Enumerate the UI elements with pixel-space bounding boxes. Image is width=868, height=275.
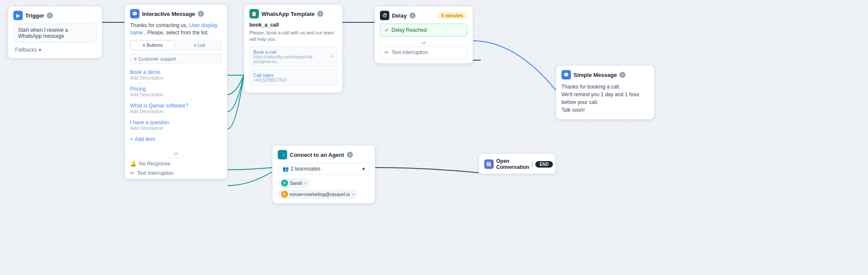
item3-desc: Add Description — [130, 109, 222, 114]
list-icon: ≡ — [143, 43, 145, 48]
end-badge: END — [535, 161, 553, 168]
no-response-icon: 🔔 — [130, 161, 137, 167]
simple-message-info-icon[interactable]: i — [619, 72, 625, 78]
esraa-avatar: E — [281, 191, 288, 198]
item1-desc: Add Description — [130, 75, 222, 80]
delay-info-icon[interactable]: i — [410, 12, 416, 18]
interactive-title: Interactive Message — [142, 11, 195, 17]
btn2-phone: +4915258537843 — [253, 78, 287, 82]
list-item[interactable]: I have a question Add Description — [130, 117, 222, 134]
sarah-tag[interactable]: S Sarah × — [278, 178, 310, 188]
item1-title: Book a demo — [130, 69, 222, 75]
item2-desc: Add Description — [130, 92, 222, 97]
open-conversation-title: Open Conversation — [496, 158, 529, 170]
trigger-message: Start when I receive a WhatsApp message — [13, 24, 97, 43]
open-conversation-icon: 🔄 — [484, 159, 494, 169]
template-name: book_a_call — [249, 22, 337, 28]
list-item[interactable]: Pricing Add Description — [130, 83, 222, 100]
btn2-label: Call sales — [253, 73, 287, 78]
connect-to-agent-node: 👥 Connect to an Agent i 👥 2 teammates ▾ … — [272, 145, 375, 204]
whatsapp-btn2[interactable]: Call sales +4915258537843 — [249, 70, 337, 86]
agent-title: Connect to an Agent — [290, 152, 344, 158]
customer-support-label: ≡ Customer support — [130, 54, 222, 64]
simple-message-body: Thanks for booking a call. We'll remind … — [556, 83, 654, 119]
teammates-select[interactable]: 👥 2 teammates ▾ — [278, 163, 370, 175]
item4-title: I have a question — [130, 119, 222, 125]
sarah-remove-icon[interactable]: × — [304, 181, 307, 186]
list-item[interactable]: Book a demo Add Description — [130, 67, 222, 83]
btn1-label: Book a call — [253, 49, 330, 55]
fallbacks-button[interactable]: Fallbacks ▾ — [13, 46, 97, 54]
text-interruption-icon: ✏ — [130, 170, 134, 176]
open-conversation-info-icon[interactable]: i — [532, 161, 533, 167]
list-tab[interactable]: ≡ List — [177, 40, 222, 50]
interactive-body-text: Thanks for contacting us, — [130, 22, 188, 28]
tags-row: S Sarah × E esraa+marketing@rasayel.io × — [278, 178, 370, 199]
text-interruption-row[interactable]: ✏ Text interruption — [125, 169, 227, 179]
esraa-tag[interactable]: E esraa+marketing@rasayel.io × — [278, 189, 358, 199]
simple-message-title: Simple Message — [574, 72, 617, 78]
trigger-title: Trigger — [25, 12, 44, 19]
interactive-body-text2: . Please, select from the list. — [144, 30, 209, 36]
whatsapp-info-icon[interactable]: i — [317, 11, 323, 17]
fallbacks-label: Fallbacks — [15, 47, 37, 53]
delay-reached-label: Delay Reached — [392, 27, 427, 33]
interactive-icon: 💬 — [130, 9, 140, 18]
delay-or-divider: or — [375, 39, 473, 46]
esraa-remove-icon[interactable]: × — [352, 192, 354, 197]
delay-icon: ⏱ — [380, 11, 389, 20]
simple-message-node: 💬 Simple Message i Thanks for booking a … — [556, 65, 655, 119]
no-response-row[interactable]: 🔔 No Response — [125, 158, 227, 169]
list-item[interactable]: What is Qamar software? Add Description — [130, 100, 222, 117]
interactive-info-icon[interactable]: i — [198, 11, 204, 17]
whatsapp-message: Please, book a call with us and our team… — [249, 30, 337, 43]
trigger-icon: ▶ — [13, 11, 23, 20]
delay-reached-icon: ✓ — [385, 27, 389, 33]
trigger-node: ▶ Trigger i Start when I receive a Whats… — [8, 6, 102, 58]
teammates-icon: 👥 — [282, 166, 289, 172]
sarah-avatar: S — [281, 180, 288, 186]
delay-badge: 5 minutes — [437, 12, 467, 19]
whatsapp-title: WhatsApp Template — [261, 11, 315, 17]
list-tab-icon: ≡ — [194, 43, 196, 48]
buttons-tab[interactable]: ≡ Buttons — [130, 40, 175, 50]
item3-title: What is Qamar software? — [130, 103, 222, 109]
item4-desc: Add Description — [130, 125, 222, 131]
whatsapp-icon: 📋 — [249, 9, 259, 18]
teammates-chevron-icon: ▾ — [362, 166, 365, 172]
external-link-icon: ↗ — [330, 54, 333, 59]
btn1-url: https://calendly.com/rasayel-for-you/gro… — [253, 55, 330, 64]
sarah-label: Sarah — [290, 180, 302, 186]
fallbacks-chevron-icon: ▾ — [39, 47, 41, 53]
whatsapp-template-node: 📋 WhatsApp Template i book_a_call Please… — [244, 4, 343, 93]
delay-node: ⏱ Delay i 5 minutes ✓ Delay Reached or ✏… — [374, 6, 473, 64]
delay-reached-box: ✓ Delay Reached — [380, 24, 467, 37]
simple-message-icon: 💬 — [561, 70, 571, 79]
plus-icon: + — [130, 136, 133, 142]
open-conversation-node: 🔄 Open Conversation i END — [479, 153, 556, 174]
item2-title: Pricing — [130, 86, 222, 92]
whatsapp-btn1[interactable]: Book a call https://calendly.com/rasayel… — [249, 46, 337, 67]
esraa-label: esraa+marketing@rasayel.io — [290, 192, 350, 197]
interactive-message-node: 💬 Interactive Message i Thanks for conta… — [124, 4, 228, 179]
agent-icon: 👥 — [278, 150, 287, 159]
add-item-button[interactable]: + Add item — [130, 134, 222, 145]
teammates-label: 2 teammates — [291, 166, 320, 172]
agent-info-icon[interactable]: i — [347, 152, 353, 158]
delay-text-interruption: ✏ Text interruption — [380, 46, 467, 59]
delay-text-int-icon: ✏ — [385, 49, 389, 55]
or-divider: or — [125, 149, 227, 158]
delay-title: Delay — [392, 12, 407, 19]
trigger-info-icon[interactable]: i — [47, 12, 53, 18]
